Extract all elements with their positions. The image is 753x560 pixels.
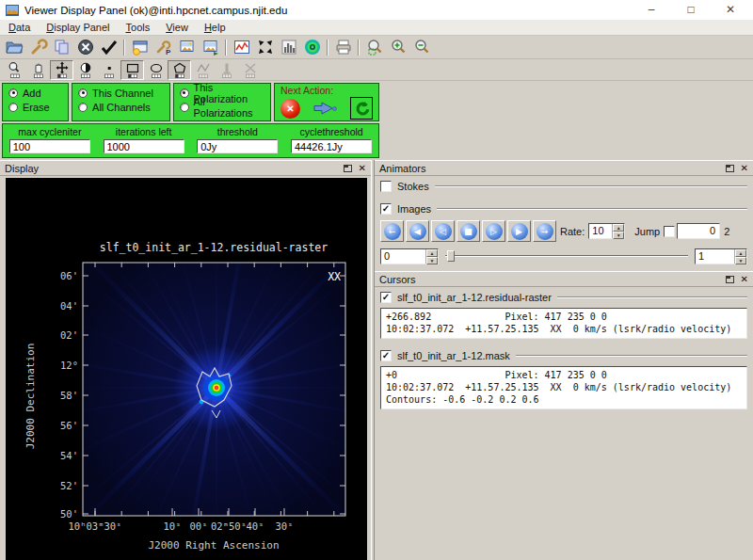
- polygon-region-tool[interactable]: [168, 60, 191, 80]
- iterations-left-input[interactable]: [104, 139, 184, 153]
- zoom-out-icon[interactable]: [409, 38, 433, 57]
- image-canvas[interactable]: slf_t0_init_ar_1-12.residual-raster XX 0…: [6, 178, 367, 560]
- spin-up-icon[interactable]: ▲: [426, 249, 438, 257]
- panel-options-icon[interactable]: P: [152, 38, 175, 57]
- ellipse-region-tool[interactable]: [144, 60, 168, 80]
- radio-this-channel[interactable]: This Channel: [78, 86, 163, 100]
- menu-view[interactable]: View: [166, 22, 188, 33]
- close-panel-icon[interactable]: ✕: [741, 274, 748, 284]
- menu-data[interactable]: Data: [8, 22, 30, 33]
- radio-icon[interactable]: [8, 103, 18, 112]
- radio-icon[interactable]: [78, 88, 88, 98]
- images-checkbox[interactable]: ✓: [380, 203, 392, 215]
- histogram-icon[interactable]: [277, 38, 300, 57]
- menu-display-panel[interactable]: Display Panel: [46, 22, 109, 33]
- radio-icon[interactable]: [8, 88, 18, 98]
- threshold-input[interactable]: [197, 139, 278, 153]
- svg-text:10ˢ: 10ˢ: [164, 520, 182, 532]
- point-region-tool[interactable]: [97, 60, 120, 80]
- frame-spinbox[interactable]: 0 ▲▼: [380, 248, 439, 264]
- menu-help[interactable]: Help: [204, 22, 226, 33]
- jump-checkbox[interactable]: [664, 226, 675, 237]
- zoom-tool[interactable]: [3, 60, 26, 80]
- colormap-fiddle-tool[interactable]: [73, 60, 97, 80]
- frame-value: 0: [381, 249, 425, 264]
- spin-down-icon[interactable]: ▼: [735, 257, 746, 264]
- copy-icon[interactable]: [50, 38, 73, 57]
- spectral-profile-icon[interactable]: [230, 38, 253, 57]
- cyclethreshold-input[interactable]: [291, 139, 372, 153]
- stop-action-button[interactable]: ✕: [280, 99, 300, 119]
- colormap-icon[interactable]: [300, 38, 324, 57]
- spin-down-icon[interactable]: ▼: [613, 232, 624, 239]
- mask-tracker-checkbox[interactable]: ✓: [380, 350, 392, 361]
- spin-down-icon[interactable]: ▼: [426, 257, 438, 264]
- rate-spinbox[interactable]: 10 ▲▼: [588, 223, 625, 239]
- frame-end-spinbox[interactable]: 1 ▲▼: [695, 248, 747, 264]
- close-data-icon[interactable]: [73, 38, 97, 57]
- max-cycleniter-input[interactable]: [9, 139, 90, 153]
- display-dock-title: Display: [5, 163, 39, 174]
- refresh-action-button[interactable]: [350, 97, 373, 120]
- clean-fields-box: max cycleniter iterations left threshold…: [2, 123, 379, 158]
- radio-erase[interactable]: Erase: [8, 100, 62, 114]
- stop-playback-button[interactable]: ■: [457, 220, 480, 242]
- stokes-checkbox[interactable]: [380, 181, 392, 192]
- close-button[interactable]: ✕: [713, 0, 747, 20]
- float-panel-icon[interactable]: [726, 276, 734, 283]
- frame-slider[interactable]: [445, 248, 688, 264]
- minimize-button[interactable]: –: [634, 0, 668, 20]
- spin-up-icon[interactable]: ▲: [735, 249, 746, 257]
- spin-up-icon[interactable]: ▲: [613, 224, 624, 232]
- data-wrench-icon[interactable]: [26, 38, 50, 57]
- pan-tool[interactable]: [50, 60, 73, 80]
- display-dock-header: Display ✕: [0, 160, 371, 176]
- open-data-icon[interactable]: [3, 38, 26, 57]
- radio-icon[interactable]: [180, 88, 189, 98]
- checkmark-icon[interactable]: [97, 38, 120, 57]
- radio-icon[interactable]: [180, 103, 189, 112]
- animators-header: Animators ✕: [375, 160, 753, 176]
- svg-text:02ᵐ50ˢ: 02ᵐ50ˢ: [211, 520, 247, 532]
- position-marker-tool[interactable]: [238, 60, 262, 80]
- y-axis-label: J2000 Declination: [24, 344, 37, 450]
- new-display-panel-icon[interactable]: [128, 38, 152, 57]
- radio-add[interactable]: Add: [8, 86, 62, 100]
- go-to-start-button[interactable]: ←: [380, 220, 404, 242]
- slider-handle[interactable]: [447, 250, 455, 262]
- step-backward-button[interactable]: ◁: [431, 220, 455, 242]
- rectangle-region-tool[interactable]: [120, 60, 144, 80]
- zoom-in-icon[interactable]: [386, 38, 409, 57]
- channel-scope-group: This Channel All Channels: [72, 83, 169, 121]
- radio-icon[interactable]: [78, 103, 88, 112]
- reverse-play-button[interactable]: ◀: [406, 220, 429, 242]
- maximize-button[interactable]: □: [674, 0, 708, 20]
- fit-window-icon[interactable]: [253, 38, 277, 57]
- step-forward-button[interactable]: ▷: [482, 220, 505, 242]
- residual-tracker-checkbox[interactable]: ✓: [380, 292, 392, 303]
- menu-tools[interactable]: Tools: [126, 22, 151, 33]
- zoom-full-icon[interactable]: [362, 38, 386, 57]
- polyline-tool[interactable]: [191, 60, 215, 80]
- close-panel-icon[interactable]: ✕: [359, 163, 366, 173]
- float-panel-icon[interactable]: [726, 165, 734, 172]
- svg-text:52': 52': [60, 480, 78, 491]
- go-to-end-button[interactable]: →: [533, 220, 556, 242]
- stokes-label: XX: [328, 270, 341, 283]
- save-image-icon[interactable]: [175, 38, 199, 57]
- stokes-label: Stokes: [397, 181, 429, 192]
- float-panel-icon[interactable]: [344, 165, 352, 172]
- close-panel-icon[interactable]: ✕: [741, 163, 748, 173]
- svg-text:54': 54': [60, 450, 78, 461]
- restore-image-icon[interactable]: [199, 38, 222, 57]
- cursors-title: Cursors: [379, 274, 416, 285]
- print-icon[interactable]: [331, 38, 355, 57]
- jump-input[interactable]: 0: [677, 223, 720, 239]
- radio-all-channels[interactable]: All Channels: [78, 100, 163, 114]
- continue-action-button[interactable]: [312, 100, 338, 117]
- annotation-tool[interactable]: [215, 60, 238, 80]
- radio-all-polarizations[interactable]: All Polarizations: [180, 100, 264, 114]
- animators-title: Animators: [379, 163, 426, 174]
- hand-tool[interactable]: [26, 60, 50, 80]
- play-button[interactable]: ▶: [507, 220, 531, 242]
